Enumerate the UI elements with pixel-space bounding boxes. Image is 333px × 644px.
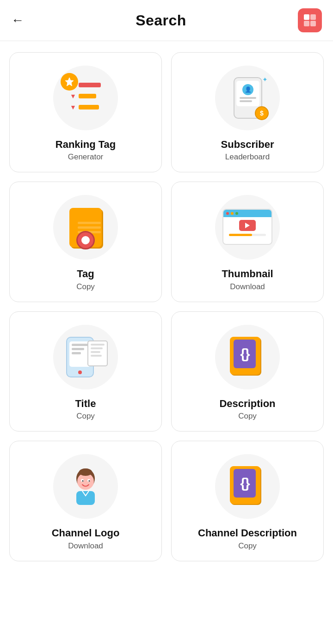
card-ranking-tag[interactable]: ▲ ▼ ▼ Ranking Tag Generator (9, 52, 162, 172)
card-icon-subscriber: 👤 ✦ $ (215, 66, 280, 130)
card-tag-copy[interactable]: Tag Copy (9, 182, 162, 302)
curly-braces-icon: {} (234, 340, 256, 368)
card-icon-channel-logo (53, 454, 118, 519)
card-subtitle: Download (68, 541, 103, 551)
svg-point-9 (82, 480, 84, 482)
card-title: Channel Logo (52, 527, 120, 539)
svg-rect-1 (310, 14, 316, 20)
star-icon (64, 77, 74, 87)
coin-icon: $ (255, 106, 269, 120)
card-icon-description: {} (215, 325, 280, 389)
person-icon (65, 466, 106, 507)
card-channel-logo[interactable]: Channel Logo Download (9, 441, 162, 561)
svg-rect-3 (310, 21, 316, 26)
card-subtitle: Copy (238, 541, 257, 551)
arrow-down-icon: ▼ (70, 92, 76, 100)
arrow-down-icon: ▼ (70, 103, 76, 111)
card-channel-description[interactable]: {} Channel Description Copy (171, 441, 324, 561)
card-icon-thumbnail (215, 195, 280, 260)
curly-braces-icon: {} (234, 469, 256, 498)
card-thumbnail-download[interactable]: Thumbnail Download (171, 182, 324, 302)
card-title: Ranking Tag (56, 139, 116, 151)
card-icon-title (53, 325, 118, 389)
card-title: Subscriber (221, 139, 274, 151)
svg-rect-0 (304, 14, 309, 20)
back-button[interactable]: ← (11, 14, 24, 27)
card-title: Tag (77, 268, 94, 280)
card-icon-tag (53, 195, 118, 260)
card-subscriber-leaderboard[interactable]: 👤 ✦ $ Subscriber Leaderboard (171, 52, 324, 172)
svg-rect-11 (76, 491, 95, 505)
avatar-icon: 👤 (242, 84, 253, 95)
layout-icon (303, 13, 317, 27)
card-icon-channel-description: {} (215, 454, 280, 519)
card-title: Channel Description (198, 527, 297, 539)
card-title-copy[interactable]: Title Copy (9, 311, 162, 431)
card-title: Thumbnail (222, 268, 273, 280)
svg-point-10 (89, 480, 90, 482)
card-subtitle: Download (230, 282, 265, 292)
card-subtitle: Copy (76, 282, 95, 292)
sparkles-icon: ✦ (262, 76, 268, 83)
card-description-copy[interactable]: {} Description Copy (171, 311, 324, 431)
header: ← Search (0, 0, 333, 41)
card-subtitle: Copy (238, 412, 257, 421)
layout-icon-button[interactable] (298, 8, 322, 32)
card-subtitle: Leaderboard (225, 152, 270, 162)
card-grid: ▲ ▼ ▼ Ranking Tag Generator (0, 41, 333, 572)
card-subtitle: Copy (76, 412, 95, 421)
card-icon-ranking-tag: ▲ ▼ ▼ (53, 66, 118, 130)
card-title: Title (75, 398, 96, 410)
card-title: Description (219, 398, 275, 410)
page-title: Search (136, 12, 186, 29)
svg-point-12 (79, 468, 92, 476)
card-subtitle: Generator (68, 152, 104, 162)
svg-marker-4 (65, 78, 74, 86)
svg-rect-2 (304, 21, 309, 26)
play-icon (239, 220, 256, 231)
